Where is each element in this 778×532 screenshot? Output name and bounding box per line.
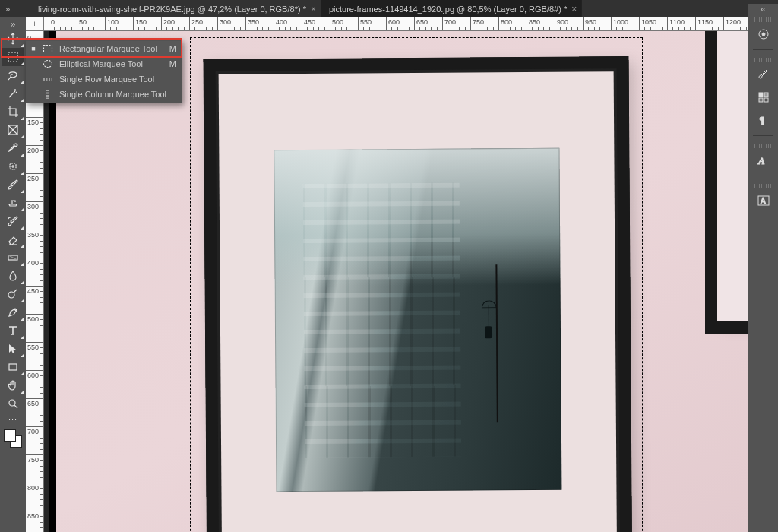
brush-tool[interactable] [2, 176, 24, 194]
panel-separator [753, 49, 773, 50]
brushes-panel-icon[interactable] [752, 64, 775, 85]
document-tab[interactable]: living-room-with-swing-shelf-PR2K9AE.jpg… [30, 0, 321, 17]
panel-separator [753, 176, 773, 176]
foreground-color-swatch[interactable] [4, 429, 16, 442]
zoom-tool[interactable] [2, 394, 24, 413]
flyout-item-shortcut: M [169, 44, 176, 53]
history-brush-tool[interactable] [2, 212, 24, 230]
svg-text:A: A [757, 155, 764, 166]
close-icon[interactable]: × [571, 4, 577, 14]
document-tab-label: living-room-with-swing-shelf-PR2K9AE.jpg… [38, 5, 306, 14]
flyout-item-rectangular-marquee[interactable]: ■ Rectangular Marquee Tool M [26, 41, 182, 56]
gradient-tool[interactable] [2, 249, 24, 267]
move-tool[interactable] [2, 30, 24, 48]
clone-stamp-tool[interactable] [2, 194, 24, 212]
flyout-item-label: Elliptical Marquee Tool [59, 59, 163, 68]
picture-frame [203, 56, 632, 532]
marquee-tool[interactable] [2, 48, 24, 66]
flyout-item-elliptical-marquee[interactable]: Elliptical Marquee Tool M [26, 56, 182, 71]
tools-panel: » ··· [0, 17, 26, 532]
column-marquee-icon [43, 89, 53, 100]
expand-toolbar-icon[interactable]: » [0, 21, 26, 30]
rect-marquee-icon [43, 43, 53, 54]
eyedropper-tool[interactable] [2, 139, 24, 157]
shape-tool[interactable] [2, 358, 24, 376]
ruler-origin[interactable]: + [26, 17, 44, 31]
flyout-item-label: Single Column Marquee Tool [59, 90, 170, 99]
svg-rect-0 [8, 52, 17, 62]
panel-grip-icon[interactable] [754, 17, 773, 22]
healing-brush-tool[interactable] [2, 157, 24, 176]
edit-toolbar-icon[interactable]: ··· [2, 413, 24, 425]
color-panel-icon[interactable] [752, 24, 775, 45]
collapse-panels-icon[interactable]: « [748, 4, 778, 13]
flyout-item-single-row-marquee[interactable]: Single Row Marquee Tool [26, 71, 182, 87]
collapsed-panel-dock: « ¶ A A [748, 4, 778, 532]
vertical-ruler[interactable]: 0501001502002503003504004505005506006507… [26, 31, 44, 532]
pen-tool[interactable] [2, 303, 24, 321]
panel-separator [753, 135, 773, 136]
svg-point-8 [44, 61, 52, 68]
canvas-viewport[interactable] [44, 31, 748, 532]
frame-tool[interactable] [2, 121, 24, 139]
ellipse-marquee-icon [43, 59, 53, 69]
svg-rect-17 [759, 98, 763, 102]
svg-text:¶: ¶ [760, 115, 764, 125]
magic-wand-tool[interactable] [2, 84, 24, 103]
marquee-tool-flyout: ■ Rectangular Marquee Tool M Elliptical … [26, 40, 182, 103]
blur-tool[interactable] [2, 267, 24, 285]
paragraph-panel-icon[interactable]: ¶ [752, 109, 775, 131]
frame-matte [219, 71, 618, 532]
framed-photograph [274, 148, 561, 492]
svg-rect-7 [44, 46, 52, 52]
svg-point-4 [8, 292, 14, 298]
document-tab-label: picture-frames-1149414_1920.jpg @ 80,5% … [329, 5, 567, 14]
document-tab[interactable]: picture-frames-1149414_1920.jpg @ 80,5% … [321, 0, 582, 17]
svg-rect-15 [759, 93, 763, 97]
canvas-edge [49, 31, 56, 532]
close-icon[interactable]: × [311, 4, 316, 14]
document-tab-bar: » living-room-with-swing-shelf-PR2K9AE.j… [0, 0, 778, 17]
svg-point-6 [9, 400, 15, 406]
document-canvas[interactable] [49, 31, 748, 532]
svg-point-14 [762, 33, 765, 36]
svg-rect-16 [764, 93, 768, 97]
color-swatches[interactable] [2, 428, 24, 449]
type-tool[interactable] [2, 321, 24, 340]
svg-rect-18 [764, 98, 768, 102]
flyout-item-single-column-marquee[interactable]: Single Column Marquee Tool [26, 87, 182, 102]
svg-text:A: A [761, 197, 766, 205]
crop-tool[interactable] [2, 103, 24, 121]
flyout-item-label: Single Row Marquee Tool [59, 74, 170, 84]
flyout-item-shortcut: M [169, 59, 176, 68]
selected-bullet-icon: ■ [30, 45, 36, 52]
svg-rect-5 [9, 364, 17, 370]
streetlamp-graphic [485, 326, 492, 338]
horizontal-ruler[interactable]: 0501001502002503003504004505005506006507… [44, 17, 748, 31]
panel-grip-icon[interactable] [754, 58, 773, 62]
picture-frame-right [717, 31, 748, 321]
eraser-tool[interactable] [2, 230, 24, 249]
flyout-item-label: Rectangular Marquee Tool [59, 44, 163, 53]
dodge-tool[interactable] [2, 285, 24, 303]
character-styles-panel-icon[interactable]: A [752, 150, 775, 171]
expand-tabs-icon[interactable]: » [3, 0, 12, 17]
hand-tool[interactable] [2, 376, 24, 394]
glyphs-panel-icon[interactable]: A [752, 190, 775, 211]
panel-grip-icon[interactable] [754, 144, 773, 148]
panel-grip-icon[interactable] [754, 184, 773, 188]
lasso-tool[interactable] [2, 66, 24, 84]
row-marquee-icon [43, 74, 53, 84]
path-selection-tool[interactable] [2, 340, 24, 358]
swatches-panel-icon[interactable] [752, 87, 775, 108]
